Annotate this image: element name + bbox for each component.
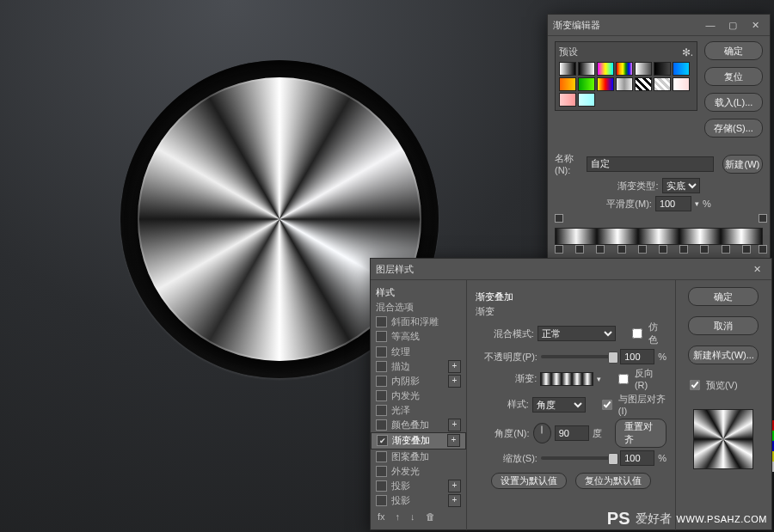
smoothness-label: 平滑度(M):	[606, 198, 652, 211]
make-default-button[interactable]: 设置为默认值	[491, 473, 567, 489]
preset-swatch[interactable]	[673, 77, 690, 91]
effects-footer: fx ↑ ↓ 🗑	[371, 508, 466, 525]
cancel-button[interactable]: 取消	[688, 316, 759, 335]
scale-label: 缩放(S):	[476, 452, 538, 465]
effect-stroke[interactable]: 描边+	[371, 359, 466, 374]
gradient-type-label: 渐变类型:	[617, 180, 658, 193]
ok-button[interactable]: 确定	[688, 287, 759, 306]
styles-header[interactable]: 样式	[371, 285, 466, 300]
preview-checkbox[interactable]	[690, 380, 700, 390]
close-icon[interactable]: ✕	[746, 18, 765, 32]
gradient-style-select[interactable]: 角度	[532, 397, 586, 413]
ok-button[interactable]: 确定	[704, 41, 763, 60]
layer-style-side: 确定 取消 新建样式(W)... 预览(V)	[675, 280, 771, 530]
add-icon[interactable]: +	[448, 419, 461, 431]
reverse-checkbox[interactable]	[618, 374, 629, 384]
blend-mode-select[interactable]: 正常	[538, 326, 616, 341]
gradient-sample[interactable]	[540, 372, 593, 386]
new-style-button[interactable]: 新建样式(W)...	[688, 345, 759, 364]
opacity-input[interactable]	[620, 349, 654, 364]
effect-outer-glow[interactable]: 外发光	[371, 464, 466, 479]
layer-style-titlebar[interactable]: 图层样式 ✕	[371, 259, 771, 280]
preset-swatch[interactable]	[559, 93, 576, 107]
reset-align-button[interactable]: 重置对齐	[615, 419, 666, 448]
preset-swatch[interactable]	[654, 62, 671, 76]
name-label: 名称(N):	[555, 152, 583, 175]
preset-swatch[interactable]	[616, 77, 633, 91]
preset-swatch[interactable]	[635, 77, 652, 91]
watermark-url: WWW.PSAHZ.COM	[677, 514, 768, 524]
effect-bevel[interactable]: 斜面和浮雕	[371, 315, 466, 329]
add-icon[interactable]: +	[448, 480, 461, 492]
blend-mode-label: 混合模式:	[476, 327, 534, 340]
add-icon[interactable]: +	[447, 434, 460, 447]
preset-swatch[interactable]	[559, 77, 576, 91]
effect-texture[interactable]: 纹理	[371, 345, 466, 359]
style-preview	[693, 409, 753, 469]
smoothness-input[interactable]	[655, 196, 691, 211]
reset-button[interactable]: 复位	[704, 67, 763, 86]
effect-inner-glow[interactable]: 内发光	[371, 388, 466, 403]
load-button[interactable]: 载入(L)...	[704, 93, 763, 112]
gear-icon[interactable]: ✻.	[682, 46, 693, 58]
preset-swatch[interactable]	[578, 93, 595, 107]
gradient-editor-title: 渐变编辑器	[553, 19, 697, 32]
add-icon[interactable]: +	[448, 375, 461, 388]
effect-drop-shadow-2[interactable]: 投影+	[371, 493, 466, 508]
presets-grid[interactable]	[559, 62, 693, 107]
preset-swatch[interactable]	[654, 77, 671, 91]
arrow-up-icon[interactable]: ↑	[396, 511, 401, 522]
save-button[interactable]: 存储(S)...	[704, 119, 763, 138]
gradient-editor-titlebar[interactable]: 渐变编辑器 — ▢ ✕	[548, 15, 770, 36]
preset-swatch[interactable]	[578, 77, 595, 91]
preview-label: 预览(V)	[706, 379, 738, 392]
watermark-text: 爱好者	[636, 511, 672, 527]
preset-swatch[interactable]	[616, 62, 633, 76]
effect-gradient-overlay[interactable]: ✔渐变叠加+	[371, 432, 466, 449]
preset-swatch[interactable]	[578, 62, 595, 76]
layer-style-title: 图层样式	[376, 263, 744, 276]
preset-swatch[interactable]	[559, 62, 576, 76]
reverse-label: 反向(R)	[635, 367, 666, 390]
close-icon[interactable]: ✕	[747, 262, 766, 276]
scale-slider[interactable]	[541, 456, 617, 460]
effect-color-overlay[interactable]: 颜色叠加+	[371, 418, 466, 432]
dither-checkbox[interactable]	[632, 328, 642, 339]
minimize-icon[interactable]: —	[701, 18, 720, 32]
presets-panel: 预设 ✻.	[555, 41, 697, 111]
gradient-type-select[interactable]: 实底	[662, 178, 700, 193]
dither-label: 仿色	[648, 321, 666, 346]
opacity-stops-row[interactable]	[555, 214, 763, 223]
angle-dial[interactable]	[533, 423, 551, 443]
add-icon[interactable]: +	[448, 494, 461, 507]
watermark: PS 爱好者 WWW.PSAHZ.COM	[607, 509, 767, 529]
scale-input[interactable]	[620, 450, 654, 466]
preset-swatch[interactable]	[673, 62, 690, 76]
effect-inner-shadow[interactable]: 内阴影+	[371, 374, 466, 388]
opacity-label: 不透明度(P):	[476, 351, 538, 364]
maximize-icon[interactable]: ▢	[723, 18, 742, 32]
pct-label: %	[703, 199, 711, 209]
color-stops-row[interactable]	[555, 245, 763, 254]
gradient-name-input[interactable]	[587, 156, 714, 172]
effect-contour[interactable]: 等高线	[371, 329, 466, 344]
preset-swatch[interactable]	[597, 77, 614, 91]
reset-default-button[interactable]: 复位为默认值	[575, 473, 651, 489]
angle-label: 角度(N):	[476, 427, 530, 440]
new-gradient-button[interactable]: 新建(W)	[722, 155, 763, 174]
effect-drop-shadow[interactable]: 投影+	[371, 479, 466, 493]
preset-swatch[interactable]	[597, 62, 614, 76]
opacity-slider[interactable]	[541, 355, 617, 358]
blending-options[interactable]: 混合选项	[371, 300, 466, 315]
add-icon[interactable]: +	[448, 360, 461, 373]
trash-icon[interactable]: 🗑	[426, 511, 435, 522]
align-label: 与图层对齐(I)	[618, 393, 666, 416]
angle-input[interactable]	[555, 425, 589, 441]
gradient-bar[interactable]	[555, 228, 763, 245]
align-checkbox[interactable]	[602, 400, 612, 410]
arrow-down-icon[interactable]: ↓	[410, 511, 415, 522]
effect-pattern-overlay[interactable]: 图案叠加	[371, 449, 466, 464]
effect-satin[interactable]: 光泽	[371, 403, 466, 418]
fx-icon[interactable]: fx	[378, 511, 385, 522]
preset-swatch[interactable]	[635, 62, 652, 76]
